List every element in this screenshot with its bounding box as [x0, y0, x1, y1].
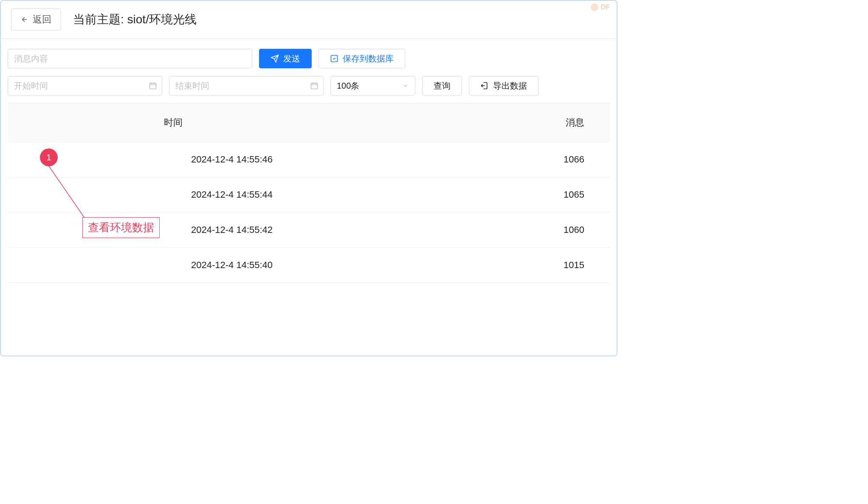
cell-message: 1065 — [339, 177, 610, 213]
start-time-input[interactable] — [8, 76, 162, 95]
table-row: 2024-12-4 14:55:46 1066 — [8, 142, 610, 177]
col-message-header: 消息 — [339, 104, 610, 142]
limit-select[interactable]: 100条 — [330, 76, 415, 95]
annotation-label: 查看环境数据 — [82, 217, 160, 238]
watermark-text: DF — [601, 3, 610, 11]
cell-message: 1015 — [339, 248, 610, 283]
cell-time: 2024-12-4 14:55:40 — [8, 248, 339, 283]
filter-row: 100条 查询 导出数据 — [8, 76, 610, 95]
send-icon — [271, 54, 279, 63]
col-time-header: 时间 — [8, 104, 339, 142]
export-icon — [480, 81, 489, 90]
send-button[interactable]: 发送 — [259, 49, 312, 68]
limit-selected-label: 100条 — [337, 80, 359, 92]
send-label: 发送 — [283, 53, 300, 64]
end-time-wrap — [169, 76, 324, 95]
table-body: 2024-12-4 14:55:46 1066 2024-12-4 14:55:… — [8, 142, 610, 283]
cell-time: 2024-12-4 14:55:42 — [8, 213, 339, 248]
export-button[interactable]: 导出数据 — [469, 76, 538, 95]
watermark-icon — [591, 3, 598, 11]
page-title: 当前主题: siot/环境光线 — [73, 11, 197, 28]
cell-time: 2024-12-4 14:55:44 — [8, 177, 339, 213]
topic-prefix: 当前主题: — [73, 13, 127, 26]
end-time-input[interactable] — [169, 76, 324, 95]
export-label: 导出数据 — [493, 80, 527, 92]
chevron-down-icon — [402, 82, 409, 89]
arrow-left-icon — [21, 16, 28, 23]
back-label: 返回 — [33, 13, 51, 26]
table-row: 2024-12-4 14:55:44 1065 — [8, 177, 610, 213]
check-square-icon — [330, 54, 338, 63]
table-row: 2024-12-4 14:55:40 1015 — [8, 248, 610, 283]
table-header-row: 时间 消息 — [8, 104, 610, 142]
topic-value: siot/环境光线 — [127, 13, 197, 26]
back-button[interactable]: 返回 — [11, 8, 61, 31]
annotation-badge: 1 — [40, 148, 58, 166]
annotation-badge-number: 1 — [46, 153, 51, 162]
data-table: 时间 消息 2024-12-4 14:55:46 1066 2024-12-4 … — [8, 104, 610, 283]
save-db-label: 保存到数据库 — [343, 53, 394, 64]
cell-message: 1060 — [339, 213, 610, 248]
watermark-logo: DF — [591, 3, 610, 11]
start-time-wrap — [8, 76, 162, 95]
content-area: 发送 保存到数据库 100条 — [1, 39, 617, 283]
message-input[interactable] — [8, 49, 252, 68]
save-db-button[interactable]: 保存到数据库 — [318, 49, 405, 68]
cell-message: 1066 — [339, 142, 610, 177]
query-label: 查询 — [434, 80, 451, 92]
topbar: 返回 当前主题: siot/环境光线 — [1, 1, 617, 39]
limit-select-wrap: 100条 — [330, 76, 415, 95]
query-button[interactable]: 查询 — [422, 76, 462, 95]
annotation-label-text: 查看环境数据 — [88, 221, 154, 234]
message-row: 发送 保存到数据库 — [8, 49, 610, 68]
